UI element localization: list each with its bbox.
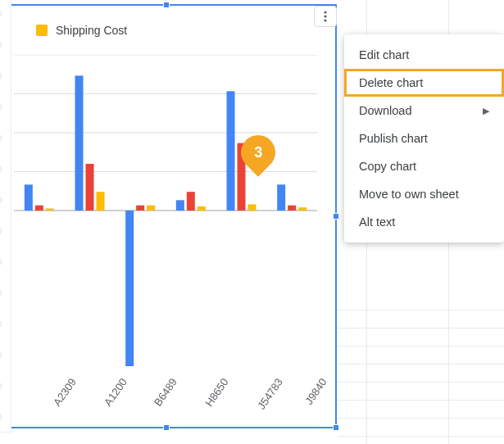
menu-item-label: Edit chart xyxy=(359,48,409,61)
menu-item-publish-chart[interactable]: Publish chart xyxy=(344,125,504,152)
legend-label: Shipping Cost xyxy=(56,24,127,37)
menu-item-label: Alt text xyxy=(359,215,395,229)
callout-teardrop: 3 xyxy=(234,128,282,176)
menu-item-move-to-own-sheet[interactable]: Move to own sheet xyxy=(344,180,504,208)
bar xyxy=(147,206,155,211)
legend: Shipping Cost xyxy=(36,24,127,37)
svg-point-2 xyxy=(324,19,326,21)
chart-frame[interactable]: Shipping Cost A2309A1200B6489H8650J54783… xyxy=(0,4,337,428)
menu-item-alt-text[interactable]: Alt text xyxy=(344,208,504,236)
svg-point-1 xyxy=(324,15,326,17)
bar xyxy=(187,192,195,211)
bar xyxy=(136,206,144,211)
menu-item-delete-chart[interactable]: Delete chart xyxy=(344,69,504,97)
menu-item-download[interactable]: Download▶ xyxy=(344,97,504,125)
legend-swatch xyxy=(36,25,48,36)
bar xyxy=(97,192,105,211)
chart-options-menu: Edit chartDelete chartDownload▶Publish c… xyxy=(344,34,504,242)
x-axis-label: J54783 xyxy=(255,376,285,412)
bar xyxy=(86,164,94,211)
bar xyxy=(176,200,184,211)
resize-handle-top[interactable] xyxy=(163,2,170,8)
chart-options-button[interactable] xyxy=(314,6,337,27)
bar xyxy=(298,207,306,211)
callout-number: 3 xyxy=(254,144,262,161)
svg-point-0 xyxy=(324,11,326,13)
bar xyxy=(277,184,285,211)
bar xyxy=(125,211,134,366)
bar xyxy=(198,206,206,211)
bar xyxy=(35,206,43,211)
tutorial-callout: 3 xyxy=(241,135,275,176)
x-axis-labels: A2309A1200B6489H8650J54783J9840 xyxy=(14,374,317,432)
vertical-dots-icon xyxy=(320,10,331,23)
x-axis-label: A2309 xyxy=(51,376,79,408)
bar xyxy=(227,91,235,211)
chart-plot xyxy=(14,55,317,366)
x-axis-label: H8650 xyxy=(202,376,230,409)
bar xyxy=(46,208,54,211)
bar xyxy=(288,206,296,211)
menu-item-label: Download xyxy=(359,104,412,117)
bar xyxy=(75,75,84,211)
menu-item-copy-chart[interactable]: Copy chart xyxy=(344,152,504,180)
x-axis-label: A1200 xyxy=(102,376,129,408)
x-axis-label: J9840 xyxy=(302,376,329,407)
menu-item-label: Copy chart xyxy=(359,160,416,173)
bar xyxy=(248,204,257,211)
bar xyxy=(25,184,33,211)
x-axis-label: B6489 xyxy=(152,376,179,408)
resize-handle-bottom-right[interactable] xyxy=(333,424,339,431)
torn-edge-decoration xyxy=(0,0,11,433)
resize-handle-right[interactable] xyxy=(333,213,339,220)
submenu-arrow-icon: ▶ xyxy=(483,106,489,116)
menu-item-edit-chart[interactable]: Edit chart xyxy=(344,41,504,69)
menu-item-label: Move to own sheet xyxy=(359,188,459,201)
menu-item-label: Publish chart xyxy=(359,132,428,145)
menu-item-label: Delete chart xyxy=(359,76,423,89)
